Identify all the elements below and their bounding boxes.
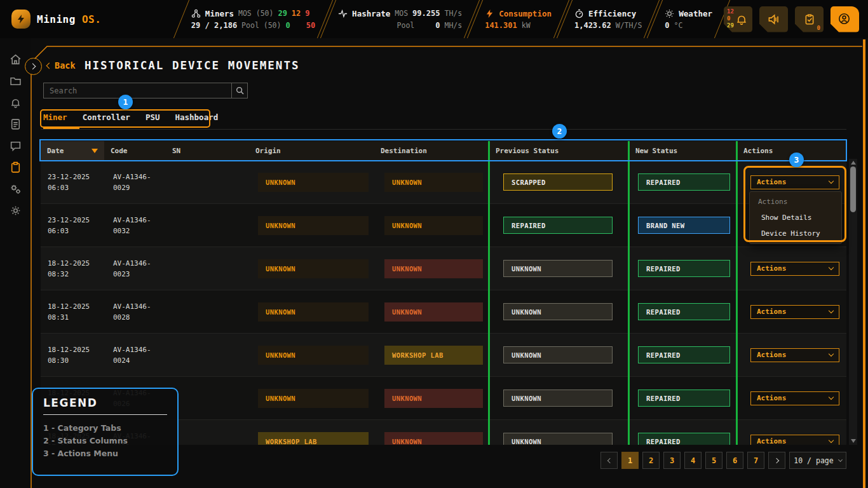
sidebar-item-chat[interactable] — [10, 140, 22, 152]
date-cell: 18-12-2025 08:31 — [41, 290, 104, 333]
column-header-previous-status[interactable]: Previous Status — [489, 141, 629, 161]
tab-hashboard[interactable]: Hashboard — [175, 112, 218, 126]
scroll-thumb[interactable] — [850, 166, 856, 212]
miners-count: 29 / 2,186 — [191, 21, 237, 30]
page-size-select[interactable]: 10 / page — [789, 452, 846, 469]
chevron-down-icon — [829, 265, 834, 270]
miners-pool-ok: 0 — [285, 21, 290, 30]
menu-item-device-history[interactable]: Device History — [750, 226, 841, 241]
tab-controller[interactable]: Controller — [83, 112, 130, 126]
scroll-down-icon[interactable] — [851, 439, 856, 443]
clipboard-icon — [10, 161, 22, 173]
hashrate-pool-label: Pool — [397, 21, 415, 30]
consumption-unit: kW — [522, 21, 531, 30]
pagination-next-button[interactable] — [768, 452, 785, 469]
sn-cell — [166, 334, 249, 376]
stat-consumption: Consumption 141.301 kW — [473, 0, 563, 38]
destination-cell: UNKNOWN — [374, 247, 489, 290]
previous-status-chip: UNKNOWN — [503, 346, 613, 363]
column-header-origin[interactable]: Origin — [249, 141, 374, 161]
actions-dropdown-label: Actions — [757, 351, 786, 359]
sidebar-expand-button[interactable] — [25, 58, 42, 75]
miners-pool-label: Pool (50) — [241, 21, 281, 30]
previous-status-chip: SCRAPPED — [503, 173, 613, 191]
table-scrollbar[interactable] — [849, 159, 857, 445]
actions-dropdown-label: Actions — [757, 308, 786, 316]
new-status-cell: REPAIRED — [629, 247, 737, 290]
back-chevron-icon — [46, 62, 53, 69]
gears-icon — [10, 183, 22, 195]
actions-dropdown[interactable]: Actions — [750, 391, 839, 405]
pagination-prev-button[interactable] — [600, 452, 618, 469]
sidebar-item-settings[interactable] — [10, 205, 22, 217]
pagination-page-6[interactable]: 6 — [726, 452, 743, 469]
column-header-date[interactable]: Date — [41, 141, 104, 161]
tasks-badge: 0 — [817, 25, 820, 31]
sidebar-item-notifications[interactable] — [10, 97, 22, 109]
previous-status-cell: UNKNOWN — [489, 377, 629, 419]
search-input[interactable] — [43, 83, 231, 98]
table-row: 18-12-2025 08:32AV-A1346-0023UNKNOWNUNKN… — [41, 247, 846, 290]
pagination-page-3[interactable]: 3 — [663, 452, 681, 469]
scroll-up-icon[interactable] — [851, 161, 856, 165]
page-title: HISTORICAL DEVICE MOVEMENTS — [85, 59, 299, 72]
announcements-button[interactable] — [759, 6, 788, 32]
home-icon — [10, 53, 22, 65]
actions-dropdown-open[interactable]: Actions — [750, 175, 839, 189]
miners-mos-err: 9 — [305, 9, 309, 18]
sort-descending-icon[interactable] — [92, 149, 98, 153]
tab-psu[interactable]: PSU — [146, 112, 160, 126]
pagination-page-5[interactable]: 5 — [705, 452, 722, 469]
annotation-callout-2: 2 — [552, 124, 567, 139]
actions-dropdown[interactable]: Actions — [750, 262, 839, 276]
chevron-down-icon — [829, 308, 834, 313]
page-scrollbar[interactable] — [863, 39, 865, 488]
sidebar-item-device-movements[interactable] — [10, 161, 22, 173]
pagination-page-4[interactable]: 4 — [684, 452, 702, 469]
code-value: AV-A1346-0023 — [113, 258, 154, 280]
tasks-button[interactable]: 0 — [795, 6, 824, 32]
sidebar-item-documents[interactable] — [10, 118, 22, 130]
actions-dropdown[interactable]: Actions — [750, 435, 839, 445]
column-header-destination[interactable]: Destination — [374, 141, 489, 161]
column-header-sn[interactable]: SN — [166, 141, 249, 161]
destination-cell: UNKNOWN — [374, 161, 489, 203]
hashrate-pool-unit: MH/s — [444, 21, 462, 30]
actions-cell: Actions — [737, 377, 846, 419]
sidebar-item-folders[interactable] — [10, 75, 22, 87]
topbar: Mining OS. Miners MOS (50) 29 12 9 29 / … — [0, 0, 868, 38]
notification-badges: 12 0 29 — [727, 8, 734, 29]
hashrate-mos-value: 99.255 — [412, 9, 440, 18]
destination-cell: UNKNOWN — [374, 420, 489, 445]
tab-miner[interactable]: Miner — [43, 112, 67, 126]
column-header-new-status[interactable]: New Status — [629, 141, 737, 161]
code-value: AV-A1346-0032 — [113, 215, 154, 236]
new-status-cell: BRAND NEW — [629, 204, 737, 247]
destination-cell: UNKNOWN — [374, 377, 489, 419]
pagination-page-2[interactable]: 2 — [642, 452, 660, 469]
user-profile-button[interactable] — [831, 6, 859, 32]
folder-icon — [10, 75, 22, 87]
pagination-page-7[interactable]: 7 — [747, 452, 764, 469]
back-button[interactable]: Back — [47, 60, 76, 71]
code-cell: AV-A1346-0024 — [104, 334, 166, 376]
miners-mos-label: MOS (50) — [238, 9, 273, 18]
legend-item: 3 - Actions Menu — [43, 447, 167, 460]
notifications-button[interactable]: 12 0 29 — [724, 6, 752, 32]
consumption-bolt-icon — [485, 9, 494, 18]
actions-dropdown[interactable]: Actions — [750, 305, 839, 319]
actions-dropdown[interactable]: Actions — [750, 348, 839, 362]
search-button[interactable] — [231, 83, 248, 98]
weather-label: Weather — [679, 9, 712, 18]
chat-icon — [10, 140, 22, 152]
origin-cell: UNKNOWN — [249, 204, 374, 247]
chevron-right-icon — [773, 458, 778, 463]
menu-item-show-details[interactable]: Show Details — [750, 210, 841, 226]
date-cell: 18-12-2025 08:32 — [41, 247, 104, 290]
table-row: 18-12-2025 08:31AV-A1346-0028UNKNOWNUNKN… — [41, 290, 846, 334]
pagination-page-1[interactable]: 1 — [621, 452, 639, 469]
column-header-code[interactable]: Code — [104, 141, 166, 161]
annotation-callout-1: 1 — [118, 95, 133, 109]
sidebar-item-home[interactable] — [10, 53, 22, 65]
sidebar-item-integrations[interactable] — [10, 183, 22, 195]
